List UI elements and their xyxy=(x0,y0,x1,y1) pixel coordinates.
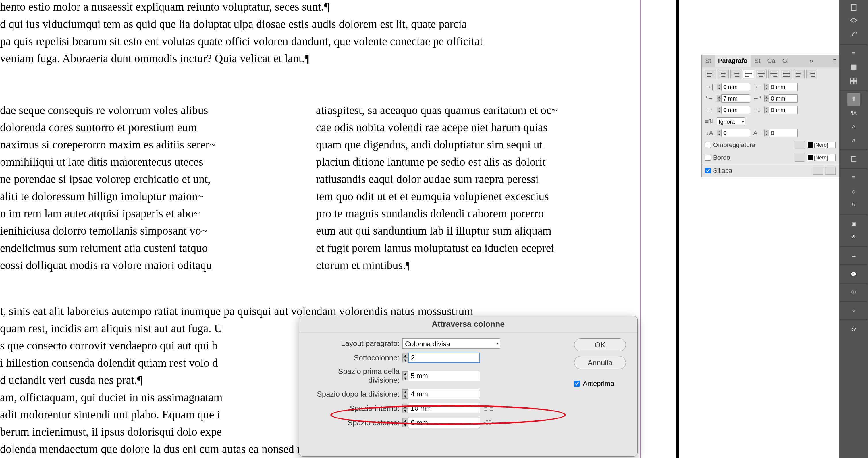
ombreggiatura-checkbox[interactable] xyxy=(705,142,711,148)
dropcap-chars-input[interactable] xyxy=(769,129,798,137)
sottocolonne-input[interactable] xyxy=(408,353,480,363)
spinner-up[interactable]: ▴ xyxy=(764,84,769,87)
spinner-up[interactable]: ▴ xyxy=(717,84,721,87)
panel-menu-icon[interactable]: ≡ xyxy=(831,55,839,67)
border-color-swatch[interactable]: [Nero] xyxy=(807,154,836,161)
spinner-up[interactable]: ▴ xyxy=(717,106,721,110)
spinner-up[interactable]: ▴ xyxy=(717,130,721,133)
align-toward-spine-button[interactable] xyxy=(794,70,805,78)
left-indent-input[interactable] xyxy=(721,83,750,91)
right-indent-input[interactable] xyxy=(769,83,798,91)
text-wrap-icon[interactable]: ▣ xyxy=(847,217,860,230)
spazio-dopo-input[interactable] xyxy=(408,389,480,399)
between-paragraphs-select[interactable]: Ignora xyxy=(717,118,745,126)
pathfinder-panel-icon[interactable]: ◇ xyxy=(847,185,860,198)
last-line-indent-input[interactable] xyxy=(769,95,798,102)
list-number-icon[interactable] xyxy=(825,167,836,174)
info-panel-icon[interactable]: ⓘ xyxy=(847,286,860,299)
paragraph-styles-icon[interactable]: ¶A xyxy=(847,107,860,120)
spinner-down[interactable]: ▾ xyxy=(717,98,721,102)
spazio-interno-input[interactable] xyxy=(408,403,480,414)
doc-col1-line: endelicimus sum reiument atia custeni ta… xyxy=(0,241,208,255)
align-left-button[interactable] xyxy=(705,70,716,78)
sillaba-label: Sillaba xyxy=(713,167,732,174)
doc-line: d uciandit veri cusda nes prat.¶ xyxy=(0,373,143,387)
align-center-button[interactable] xyxy=(718,70,729,78)
spinner-down[interactable]: ▾ xyxy=(402,408,408,413)
spinner-down[interactable]: ▾ xyxy=(717,87,721,91)
spinner-down[interactable]: ▾ xyxy=(764,98,769,102)
scripts-panel-icon[interactable]: ✧ xyxy=(847,304,860,317)
spinner-down[interactable]: ▾ xyxy=(764,110,769,113)
spinner-up[interactable]: ▴ xyxy=(717,95,721,98)
tab-paragrafo[interactable]: Paragrafo xyxy=(715,55,751,67)
layers-panel-icon[interactable] xyxy=(847,15,860,28)
spinner-up[interactable]: ▴ xyxy=(764,130,769,133)
spinner-down[interactable]: ▾ xyxy=(764,133,769,136)
character-styles-icon[interactable]: A xyxy=(847,134,860,147)
inside-gutter-icon xyxy=(483,404,494,413)
object-styles-icon[interactable] xyxy=(847,153,860,165)
justify-center-button[interactable] xyxy=(756,70,767,78)
justify-right-button[interactable] xyxy=(768,70,779,78)
align-right-button[interactable] xyxy=(731,70,741,78)
doc-col1-line: ienihiciusa dolorro temollanis simposant… xyxy=(0,224,207,237)
doc-col1-line: omnihiliqui ut late ditis maiorentecus u… xyxy=(0,155,204,169)
right-dock: ≡ ¶ ¶A A A ≡ ◇ fx ▣ 👁 ☁ 💬 ⓘ ✧ 🞋 xyxy=(839,0,868,458)
spinner-down[interactable]: ▾ xyxy=(717,110,721,113)
comments-panel-icon[interactable]: 💬 xyxy=(847,268,860,280)
justify-all-button[interactable] xyxy=(781,70,792,78)
list-bullet-icon[interactable] xyxy=(813,167,824,174)
spinner-down[interactable]: ▾ xyxy=(402,394,408,398)
tab-overflow-icon[interactable]: » xyxy=(807,55,815,67)
first-line-indent-input[interactable] xyxy=(721,95,750,102)
align-panel-icon[interactable]: ≡ xyxy=(847,171,860,184)
pages-panel-icon[interactable] xyxy=(847,1,860,14)
spinner-down[interactable]: ▾ xyxy=(402,358,408,362)
doc-col1-line: aliti te doloressum hillign imoluptur ma… xyxy=(0,190,204,203)
ombreggiatura-label: Ombreggiatura xyxy=(713,141,755,149)
shading-color-swatch[interactable]: [Nero] xyxy=(807,141,836,149)
cc-libraries-icon[interactable]: ☁ xyxy=(847,249,860,262)
space-after-input[interactable] xyxy=(769,106,798,114)
align-away-spine-button[interactable] xyxy=(806,70,817,78)
doc-col1-line: n im rem lam autecatquisi ipsaperis et a… xyxy=(0,207,200,220)
doc-col1-line: eossi dolliquat modis ra volore maiori o… xyxy=(0,258,212,272)
spazio-esterno-input[interactable] xyxy=(408,418,480,428)
dropcap-lines-input[interactable] xyxy=(721,129,750,137)
color-panel-icon[interactable] xyxy=(847,61,860,73)
spinner-down[interactable]: ▾ xyxy=(402,423,408,427)
doc-line: veniam fuga. Aboraeria dunt ommodis inct… xyxy=(0,52,310,65)
stroke-panel-icon[interactable]: ≡ xyxy=(847,47,860,60)
tab-glifi[interactable]: Gl xyxy=(779,55,792,67)
sillaba-checkbox[interactable] xyxy=(705,168,711,173)
preflight-panel-icon[interactable]: 🞋 xyxy=(847,323,860,335)
spinner-down[interactable]: ▾ xyxy=(402,376,408,381)
anteprima-checkbox[interactable] xyxy=(574,381,580,387)
annulla-button[interactable]: Annulla xyxy=(574,356,626,369)
bordo-label: Bordo xyxy=(713,154,730,161)
swatches-panel-icon[interactable] xyxy=(847,75,860,87)
justify-left-button[interactable] xyxy=(743,70,754,78)
conditional-text-icon[interactable]: 👁 xyxy=(847,231,860,243)
effects-panel-icon[interactable]: fx xyxy=(847,199,860,211)
spinner-down[interactable]: ▾ xyxy=(717,133,721,136)
spinner-up[interactable]: ▴ xyxy=(764,106,769,110)
paragraph-panel-icon[interactable]: ¶ xyxy=(847,93,860,106)
spinner-down[interactable]: ▾ xyxy=(764,87,769,91)
shading-options-icon[interactable] xyxy=(795,141,805,149)
border-options-icon[interactable] xyxy=(795,154,805,162)
links-panel-icon[interactable] xyxy=(847,29,860,41)
space-before-input[interactable] xyxy=(721,106,750,114)
spinner-up[interactable]: ▴ xyxy=(764,95,769,98)
tab-stili2[interactable]: St xyxy=(751,55,764,67)
sottocolonne-label: Sottocolonne: xyxy=(310,354,400,362)
doc-col1-line: dae seque consequis re volorrum voles al… xyxy=(0,103,208,117)
character-panel-icon[interactable]: A xyxy=(847,121,860,133)
tab-stili[interactable]: St xyxy=(702,55,715,67)
bordo-checkbox[interactable] xyxy=(705,155,711,161)
ok-button[interactable]: OK xyxy=(574,338,626,352)
spazio-prima-input[interactable] xyxy=(408,371,480,381)
tab-carattere[interactable]: Ca xyxy=(764,55,779,67)
layout-paragrafo-select[interactable]: Colonna divisa xyxy=(402,338,500,349)
